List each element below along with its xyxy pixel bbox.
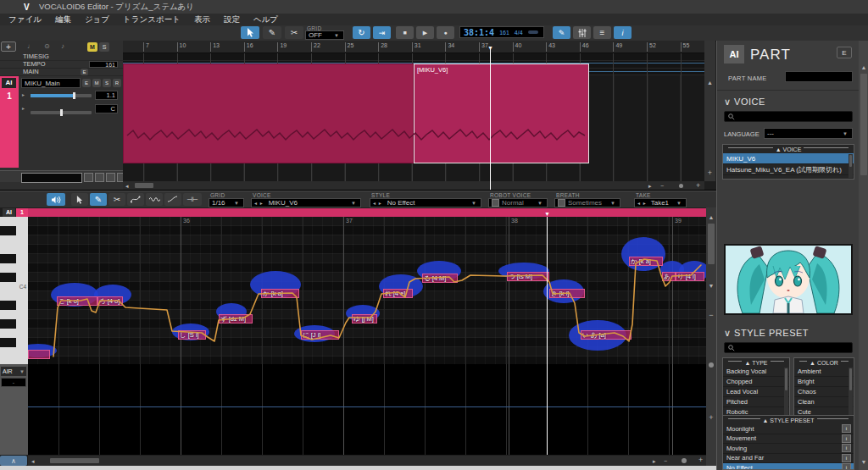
info-button[interactable]: i <box>614 26 632 39</box>
color-list-item[interactable]: Bright <box>794 377 854 387</box>
track-state-button[interactable]: M <box>92 79 101 87</box>
scroll-left-icon[interactable]: ◂ <box>31 458 35 464</box>
style-section-header[interactable]: ∨ STYLE PRESET <box>724 328 809 339</box>
part-edit-button[interactable]: E <box>837 47 852 58</box>
edit-view-button[interactable]: ✎ <box>553 26 570 39</box>
main-row[interactable]: MAIN E <box>0 68 123 76</box>
preset-list-header[interactable]: ▲ STYLE PRESET <box>723 416 854 424</box>
loop-button[interactable]: ↻ <box>353 26 370 39</box>
tempo-value[interactable]: 161 <box>89 61 118 68</box>
volume-slider[interactable] <box>31 94 92 97</box>
robot-voice-select[interactable]: Normal ▼ <box>488 198 548 207</box>
type-list-item[interactable]: Pitched <box>723 397 789 407</box>
roll-playhead[interactable] <box>547 217 548 455</box>
roll-vscrollbar[interactable]: ▲ ▼ − + <box>706 207 716 466</box>
pan-value[interactable]: C <box>95 104 118 113</box>
voice-search-input[interactable] <box>724 111 853 122</box>
zoom-out-icon[interactable]: − <box>660 183 664 189</box>
type-list-header[interactable]: ▲ TYPE <box>723 358 789 367</box>
zoom-in-icon[interactable]: + <box>704 170 715 176</box>
scroll-right-icon[interactable]: ▸ <box>653 458 656 464</box>
scroll-up-icon[interactable]: ▲ <box>859 64 868 70</box>
voice-list-item[interactable]: Hatsune_Miku_V6_EA (試用期限切れ) <box>723 164 854 175</box>
arrangement-playhead[interactable] <box>490 49 491 190</box>
scroll-up-icon[interactable]: ▲ <box>704 80 715 86</box>
take-select[interactable]: ◂ ▸ Take1 ▼ <box>634 198 687 207</box>
partial-track-row[interactable] <box>0 170 123 182</box>
add-track-button[interactable]: + <box>1 41 16 52</box>
color-list-item[interactable]: Clean <box>794 397 854 407</box>
scroll-left-icon[interactable]: ◂ <box>125 183 129 189</box>
zoom-in-icon[interactable]: + <box>698 457 703 463</box>
record-button[interactable]: ● <box>437 26 454 39</box>
volume-expand-arrow[interactable]: ▸ <box>22 91 25 97</box>
breath-select[interactable]: Sometimes ▼ <box>554 198 620 207</box>
checkbox-icon[interactable] <box>558 199 565 207</box>
zoom-in-icon[interactable]: + <box>706 415 716 421</box>
track-name-field[interactable]: MIKU_Main <box>21 78 81 88</box>
checkbox-icon[interactable] <box>492 199 499 207</box>
smooth-tool[interactable] <box>164 193 181 206</box>
collapse-param-button[interactable]: ∧ <box>0 456 27 466</box>
stop-button[interactable]: ■ <box>396 26 414 39</box>
preset-info-button[interactable]: i <box>842 424 851 433</box>
playhead-marker-icon[interactable]: ▼ <box>544 212 550 217</box>
param-value[interactable]: - <box>1 378 26 387</box>
hscroll-thumb[interactable] <box>135 183 153 188</box>
arrangement-hscrollbar[interactable]: ◂ ▸ − + <box>123 181 704 190</box>
roll-scissors-tool[interactable]: ✂ <box>108 193 125 206</box>
pitch-curve[interactable] <box>53 259 701 357</box>
menu-item[interactable]: 表示 <box>194 14 210 25</box>
color-list-header[interactable]: ▲ COLOR <box>794 358 854 367</box>
preset-list-item[interactable]: Moonlight i <box>723 424 854 434</box>
voice-section-header[interactable]: ∨ VOICE <box>724 97 765 108</box>
pan-expand-arrow[interactable]: ▸ <box>22 105 25 111</box>
track-state-button[interactable]: S <box>103 79 111 87</box>
menu-item[interactable]: 編集 <box>55 14 71 25</box>
pointer-tool-button[interactable] <box>241 26 259 39</box>
menu-item[interactable]: トランスポート <box>123 14 181 25</box>
panel-scroll-thumb[interactable] <box>860 74 867 175</box>
scroll-up-icon[interactable]: ▲ <box>706 214 716 220</box>
zoom-reset-icon[interactable] <box>679 184 683 188</box>
volume-thumb[interactable] <box>73 92 75 99</box>
goto-marker-button[interactable]: ⇥ <box>373 26 391 39</box>
track-state-button[interactable]: E <box>82 79 91 87</box>
grid-select[interactable]: OFF▼ <box>305 30 344 40</box>
global-solo-button[interactable]: S <box>99 42 109 52</box>
prev-icon[interactable]: ◂ ▸ <box>637 200 647 206</box>
menu-item[interactable]: ファイル <box>8 14 42 25</box>
track-state-button[interactable]: R <box>113 79 121 87</box>
scissors-tool-button[interactable]: ✂ <box>285 26 303 39</box>
preset-list-item[interactable]: No Effect i <box>723 463 854 470</box>
zoom-out-icon[interactable]: − <box>706 312 716 318</box>
mixer-button[interactable] <box>573 26 591 39</box>
pan-thumb[interactable] <box>60 109 63 116</box>
style-select[interactable]: ◂ ▸ No Effect ▼ <box>370 198 481 207</box>
roll-pencil-tool[interactable]: ✎ <box>90 193 107 206</box>
voice-select[interactable]: ◂ ▸ MIKU_V6 ▼ <box>251 198 361 207</box>
arrangement-area[interactable]: [MIKU_V6] 710131619222528313437404346495… <box>123 41 704 190</box>
scroll-down-icon[interactable]: ▼ <box>706 283 716 289</box>
type-list-item[interactable]: Chopped <box>723 377 789 387</box>
voice-list-item[interactable]: MIKU_V6 <box>723 153 854 164</box>
pencil-tool-button[interactable]: ✎ <box>263 26 281 39</box>
vscroll-thumb[interactable] <box>708 224 715 264</box>
active-part-strip[interactable] <box>28 208 706 217</box>
bar-ruler[interactable]: 710131619222528313437404346495255 <box>123 41 704 53</box>
roll-grid-select[interactable]: 1/16▼ <box>209 198 244 207</box>
pitch-curve-tool[interactable] <box>127 193 144 206</box>
pan-slider[interactable] <box>31 111 92 114</box>
color-list-scrollbar[interactable] <box>849 368 853 415</box>
volume-value[interactable]: 1.1 <box>95 91 118 100</box>
menu-item[interactable]: ジョブ <box>85 14 109 25</box>
zoom-in-icon[interactable]: + <box>696 183 700 189</box>
scroll-down-icon[interactable]: ▼ <box>859 459 868 465</box>
note-width-tool[interactable]: ⊣⊢ <box>183 193 202 206</box>
voice-list-header[interactable]: ▲ VOICE <box>723 145 854 153</box>
menu-item[interactable]: ヘルプ <box>253 14 278 25</box>
preset-list-item[interactable]: Near and Far i <box>723 454 854 464</box>
language-select[interactable]: --- ▼ <box>764 128 853 139</box>
scroll-right-icon[interactable]: ▸ <box>648 183 652 189</box>
panel-vscrollbar[interactable]: ▲ ▼ <box>859 41 868 470</box>
